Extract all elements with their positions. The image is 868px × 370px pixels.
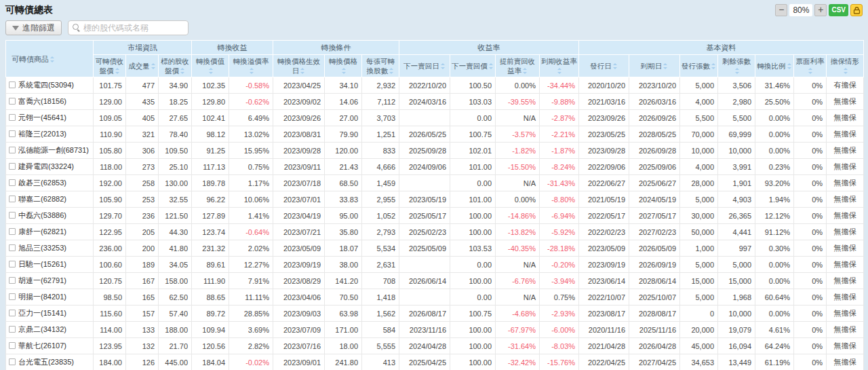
cell-product: 亞力一(15141)	[6, 306, 94, 322]
row-checkbox[interactable]	[9, 163, 16, 170]
cell-stock_close: 130.00	[159, 175, 192, 191]
sort-icon[interactable]	[735, 68, 740, 74]
row-checkbox[interactable]	[9, 228, 16, 235]
sort-icon[interactable]	[787, 63, 792, 69]
sort-icon[interactable]	[50, 56, 55, 62]
cell-issue_date: 2022/06/27	[579, 175, 629, 191]
row-checkbox[interactable]	[9, 147, 16, 153]
row-checkbox[interactable]	[9, 293, 16, 300]
column-header-label: 剩餘張數	[722, 57, 751, 65]
cell-value: 1.17%	[248, 179, 269, 187]
sort-icon[interactable]	[808, 68, 813, 74]
cell-remaining: 15,000	[718, 273, 755, 289]
column-header-conv_ratio[interactable]: 轉換比例	[755, 55, 794, 77]
cell-value: 2023/05/09	[283, 244, 321, 253]
column-header-next_put_date[interactable]: 下一賣回日	[399, 55, 450, 77]
cell-value: 2023/05/09	[588, 244, 625, 253]
row-checkbox[interactable]	[9, 277, 16, 284]
row-checkbox[interactable]	[9, 244, 16, 251]
row-checkbox[interactable]	[9, 179, 16, 186]
row-checkbox[interactable]	[9, 326, 16, 333]
sort-icon[interactable]	[151, 63, 156, 69]
cell-conv_price: 70.50	[325, 289, 362, 306]
cell-volume: 189	[126, 257, 159, 273]
sort-icon[interactable]	[342, 68, 347, 74]
sort-icon[interactable]	[115, 68, 120, 74]
cell-value: 18.25	[169, 98, 188, 106]
cell-ytm: -31.43%	[540, 175, 579, 191]
sort-icon[interactable]	[300, 68, 305, 74]
row-checkbox[interactable]	[9, 98, 16, 105]
cell-value: 1,901	[733, 179, 752, 187]
column-header-close[interactable]: 可轉債收盤價	[94, 55, 126, 77]
cell-value: -6.00%	[551, 326, 575, 334]
sort-icon[interactable]	[844, 68, 848, 74]
column-header-issue_date[interactable]: 發行日	[579, 55, 629, 77]
column-header-next_put_price[interactable]: 下一賣回價	[450, 55, 496, 77]
cell-stock_close: 78.40	[159, 126, 192, 143]
row-checkbox[interactable]	[9, 114, 16, 121]
sort-icon[interactable]	[250, 68, 254, 74]
sort-icon[interactable]	[489, 63, 494, 69]
row-checkbox[interactable]	[9, 358, 16, 365]
row-checkbox[interactable]	[9, 196, 16, 202]
sort-icon[interactable]	[523, 68, 528, 74]
cell-next_put_price: 103.03	[450, 94, 496, 110]
row-checkbox[interactable]	[9, 81, 16, 88]
advanced-filter-button[interactable]: 進階篩選	[5, 20, 62, 35]
column-header-guarantee[interactable]: 擔保情形	[827, 55, 864, 77]
cell-value: -13.82%	[508, 228, 536, 236]
row-checkbox[interactable]	[9, 130, 16, 137]
column-header-product[interactable]: 可轉債商品	[6, 41, 94, 77]
cell-guarantee: 無擔保	[827, 354, 864, 370]
column-header-coupon[interactable]: 票面利率	[794, 55, 827, 77]
search-input[interactable]	[83, 23, 184, 33]
zoom-in-button[interactable]: +	[814, 4, 827, 16]
cell-value: 10,000	[728, 147, 751, 155]
sort-icon[interactable]	[557, 68, 562, 74]
cell-value: 64.24%	[765, 342, 790, 350]
cell-value: 12.27%	[244, 261, 269, 269]
sort-icon[interactable]	[389, 68, 394, 74]
cell-conv_value: 98.12	[192, 126, 229, 143]
row-checkbox[interactable]	[9, 212, 16, 219]
cell-value: 0%	[812, 342, 823, 350]
column-header-ytm[interactable]: 到期收益率	[540, 55, 579, 77]
cell-value: 18.07	[339, 244, 358, 253]
row-checkbox[interactable]	[9, 342, 16, 349]
cell-next_put_date: 2022/10/20	[399, 77, 450, 94]
row-checkbox[interactable]	[9, 310, 16, 316]
cell-conv_ratio: 0.00%	[755, 110, 794, 126]
column-header-remaining[interactable]: 剩餘張數	[718, 55, 755, 77]
sort-icon[interactable]	[711, 63, 716, 69]
column-header-stock_close[interactable]: 標的股收盤價	[159, 55, 192, 77]
zoom-out-button[interactable]: −	[775, 4, 787, 16]
column-header-conv_price_date[interactable]: 轉換價格生效日	[273, 55, 325, 77]
cell-next_put_price: 103.53	[450, 240, 496, 257]
row-checkbox[interactable]	[9, 261, 16, 267]
sort-icon[interactable]	[441, 63, 446, 69]
csv-export-button[interactable]: CSV	[829, 4, 848, 16]
sort-icon[interactable]	[180, 68, 185, 74]
column-header-volume[interactable]: 成交量	[126, 55, 159, 77]
cell-value: 120.00	[335, 147, 358, 155]
column-header-conv_value[interactable]: 轉換價值	[192, 55, 229, 77]
cell-close: 123.95	[94, 338, 126, 354]
cell-conv_value: 96.22	[192, 191, 229, 208]
cell-value: -28.18%	[547, 244, 575, 253]
sort-icon[interactable]	[209, 68, 214, 74]
column-header-maturity_date[interactable]: 到期日	[629, 55, 680, 77]
cell-ytm: -2.93%	[540, 306, 579, 322]
column-header-conv_price[interactable]: 轉換價格	[325, 55, 362, 77]
column-header-early_put_yield[interactable]: 提前賣回收益率	[496, 55, 540, 77]
cell-value: 35.80	[339, 228, 358, 236]
cell-value: 無擔保	[834, 341, 856, 350]
lock-button[interactable]	[850, 4, 863, 16]
column-header-issued[interactable]: 發行張數	[680, 55, 718, 77]
cell-value: 5,000	[696, 293, 715, 301]
column-header-conv_shares[interactable]: 每張可轉換股數	[362, 55, 399, 77]
column-header-conv_premium[interactable]: 轉換溢價率	[229, 55, 273, 77]
sort-icon[interactable]	[663, 63, 668, 69]
sort-icon[interactable]	[613, 63, 618, 69]
cell-conv_price_date: 2023/04/25	[273, 77, 325, 94]
